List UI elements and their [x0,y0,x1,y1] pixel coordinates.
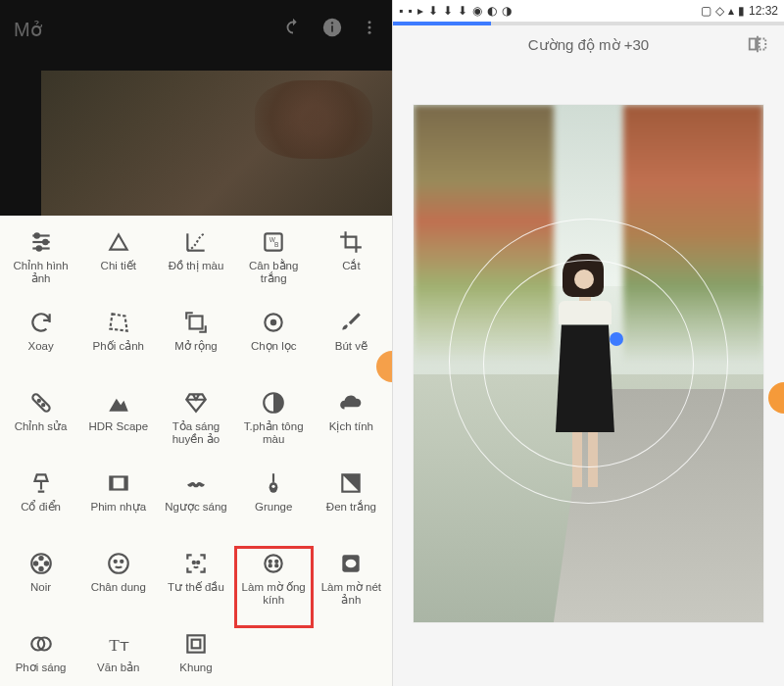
tool-label: Grunge [255,501,292,514]
tool-label: Làm mờ ống kính [238,581,309,606]
video-icon: ▪ [408,4,412,18]
curves-icon [183,229,209,255]
tool-curves[interactable]: Đồ thị màu [157,225,234,306]
info-icon[interactable] [321,17,343,42]
tool-glamour[interactable]: Tỏa sáng huyền ảo [157,386,234,466]
crop-icon [338,229,364,255]
svg-point-9 [34,233,38,237]
tool-expand[interactable]: Mở rộng [157,306,234,386]
tool-details[interactable]: Chi tiết [79,225,157,306]
tool-tonal[interactable]: T.phản tông màu [235,386,313,466]
tool-drama[interactable]: Kịch tính [313,386,390,466]
bw-square-icon [338,470,364,496]
svg-point-34 [34,562,37,564]
vignette-icon [338,551,364,576]
lamp-icon [28,470,54,496]
circle-icon: ◐ [487,4,497,18]
tool-bw[interactable]: Đen trắng [313,466,390,547]
tool-label: Kịch tính [329,420,373,433]
edit-canvas[interactable] [413,104,764,623]
svg-point-36 [114,561,116,563]
guitar-icon [261,470,286,496]
tool-double-exposure[interactable]: Phơi sáng [2,627,79,686]
perspective-icon [106,310,131,335]
more-icon[interactable] [361,17,378,42]
svg-point-46 [346,560,357,568]
tool-label: Phối cảnh [93,340,144,353]
tool-crop[interactable]: Cắt [313,225,390,306]
contrast-icon [261,390,286,416]
flip-icon[interactable] [747,33,768,58]
film-icon [106,470,131,496]
lens-blur-icon [261,551,286,576]
tool-portrait[interactable]: Chân dung [79,547,157,627]
svg-rect-51 [192,640,201,649]
tool-label: Bút vẽ [335,340,368,353]
tool-tune[interactable]: Chỉnh hình ảnh [2,225,79,306]
tool-label: Chọn lọc [251,340,297,353]
status-right-icons: ▢ ◇ ▴ ▮ 12:32 [701,4,778,18]
face-bracket-icon [183,551,209,576]
person-dress [556,324,614,432]
svg-point-19 [271,320,275,324]
photo-person [540,260,631,550]
left-header: Mở [0,0,392,59]
header-actions [282,17,378,42]
edit-history-icon[interactable] [282,17,304,42]
tool-grainy-film[interactable]: Phim nhựa [79,466,157,547]
tool-label: Xoay [27,340,53,353]
svg-point-37 [121,561,122,563]
tool-frame[interactable]: Khung [157,627,234,686]
tool-label: Chi tiết [101,260,136,272]
battery-icon: ▮ [738,4,745,18]
tool-label: Tư thế đầu [168,581,224,594]
tool-lensblur[interactable]: Làm mờ ống kính [235,547,313,627]
svg-point-41 [270,561,271,563]
svg-point-42 [275,561,277,563]
mountain-icon [106,390,131,416]
svg-point-28 [272,485,275,488]
svg-text:B: B [274,241,278,248]
tool-label: HDR Scape [88,420,148,433]
person-top [559,301,612,324]
svg-rect-25 [110,477,113,490]
svg-rect-53 [760,38,765,49]
tool-selective[interactable]: Chọn lọc [235,306,313,386]
tool-noir[interactable]: Noir [2,547,79,627]
tool-perspective[interactable]: Phối cảnh [79,306,157,386]
frame-icon [183,631,209,657]
tool-retrolux[interactable]: Ngược sáng [157,466,234,547]
brush-icon [338,310,364,335]
tool-text[interactable]: TᴛVăn bản [79,627,157,686]
cloud-icon [338,390,364,416]
tool-label: Cân bằng trắng [238,260,309,284]
clock: 12:32 [749,4,778,18]
tool-whitebalance[interactable]: WBCân bằng trắng [235,225,313,306]
tool-healing[interactable]: Chỉnh sửa [2,386,79,466]
svg-point-39 [197,562,199,564]
tool-rotate[interactable]: Xoay [2,306,79,386]
svg-point-44 [275,564,277,566]
left-dimmed-area: Mở [0,0,392,216]
svg-point-5 [368,31,371,34]
svg-rect-17 [189,317,202,329]
tool-hdr[interactable]: HDR Scape [79,386,157,466]
tools-grid: Chỉnh hình ảnh Chi tiết Đồ thị màu WBCân… [0,216,392,686]
svg-point-2 [331,22,333,24]
svg-point-11 [36,246,40,250]
svg-rect-20 [31,393,51,413]
tool-label: Chỉnh sửa [15,420,68,433]
tool-label: Cắt [342,260,361,272]
tool-vintage[interactable]: Cổ điển [2,466,79,547]
photo-foliage-left [414,105,554,364]
svg-point-3 [368,21,371,24]
status-bar: ▪ ▪ ▸ ⬇ ⬇ ⬇ ◉ ◐ ◑ ▢ ◇ ▴ ▮ 12:32 [393,0,784,22]
tool-grunge[interactable]: Grunge [235,466,313,547]
tool-label: Khung [179,662,212,674]
fab-button-right[interactable] [768,382,784,414]
wifi-icon: ◇ [715,4,724,18]
tool-label: Noir [30,581,51,594]
tool-vignette[interactable]: Làm mờ nét ảnh [313,547,390,627]
svg-point-40 [266,555,282,571]
tool-headpose[interactable]: Tư thế đầu [157,547,234,627]
